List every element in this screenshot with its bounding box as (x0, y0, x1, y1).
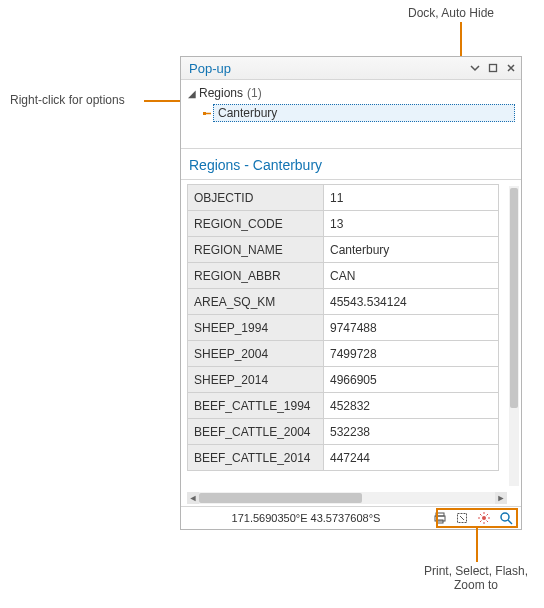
attr-value: 447244 (324, 445, 499, 471)
attr-value: 45543.534124 (324, 289, 499, 315)
attr-key: SHEEP_2004 (188, 341, 324, 367)
vertical-scrollbar[interactable] (509, 186, 519, 486)
attribute-scroll: OBJECTID11REGION_CODE13REGION_NAMECanter… (187, 184, 521, 488)
attr-value: Canterbury (324, 237, 499, 263)
tree-root-row[interactable]: ◢ Regions (1) (187, 84, 515, 102)
hscroll-left-button[interactable]: ◄ (187, 492, 199, 504)
table-row: BEEF_CATTLE_2004532238 (188, 419, 499, 445)
annotation-actions-label: Print, Select, Flash, Zoom to (424, 564, 528, 592)
close-icon[interactable] (503, 60, 519, 76)
table-row: OBJECTID11 (188, 185, 499, 211)
hscroll-right-button[interactable]: ► (495, 492, 507, 504)
table-row: REGION_CODE13 (188, 211, 499, 237)
attr-key: SHEEP_1994 (188, 315, 324, 341)
tree-root-label: Regions (199, 86, 243, 100)
annotation-actions-connector (476, 528, 478, 562)
popup-title: Pop-up (189, 61, 465, 76)
attr-key: REGION_NAME (188, 237, 324, 263)
attr-value: 4966905 (324, 367, 499, 393)
vertical-scrollbar-thumb[interactable] (510, 188, 518, 408)
attr-key: OBJECTID (188, 185, 324, 211)
annotation-dock-connector (460, 22, 462, 56)
tree-child-marker-icon (201, 107, 213, 119)
attr-value: 13 (324, 211, 499, 237)
table-row: SHEEP_20047499728 (188, 341, 499, 367)
table-row: BEEF_CATTLE_1994452832 (188, 393, 499, 419)
attr-value: 532238 (324, 419, 499, 445)
table-row: AREA_SQ_KM45543.534124 (188, 289, 499, 315)
svg-rect-1 (203, 112, 206, 115)
titlebar: Pop-up (181, 57, 521, 80)
popup-panel: Pop-up ◢ Regions (1) Canterbury (180, 56, 522, 530)
attribute-table: OBJECTID11REGION_CODE13REGION_NAMECanter… (187, 184, 499, 471)
attr-key: BEEF_CATTLE_1994 (188, 393, 324, 419)
attr-value: CAN (324, 263, 499, 289)
annotation-rightclick-connector (144, 100, 180, 102)
attr-key: AREA_SQ_KM (188, 289, 324, 315)
horizontal-scrollbar[interactable]: ◄ ► (187, 492, 507, 504)
dropdown-icon[interactable] (467, 60, 483, 76)
attr-value: 452832 (324, 393, 499, 419)
tree-child-label: Canterbury (213, 104, 515, 122)
annotation-actions-highlight (436, 508, 518, 528)
hscroll-thumb[interactable] (199, 493, 362, 503)
svg-rect-0 (490, 65, 497, 72)
tree-area: ◢ Regions (1) Canterbury (181, 80, 521, 148)
autohide-icon[interactable] (485, 60, 501, 76)
table-row: SHEEP_20144966905 (188, 367, 499, 393)
annotation-rightclick-label: Right-click for options (10, 93, 125, 107)
collapse-icon[interactable]: ◢ (187, 88, 197, 99)
table-row: BEEF_CATTLE_2014447244 (188, 445, 499, 471)
attr-key: BEEF_CATTLE_2004 (188, 419, 324, 445)
annotation-dock-label: Dock, Auto Hide (408, 6, 494, 20)
attr-key: BEEF_CATTLE_2014 (188, 445, 324, 471)
attr-value: 9747488 (324, 315, 499, 341)
attr-key: SHEEP_2014 (188, 367, 324, 393)
section-header: Regions - Canterbury (181, 148, 521, 179)
attr-value: 7499728 (324, 341, 499, 367)
attr-key: REGION_ABBR (188, 263, 324, 289)
coordinates-text: 171.5690350°E 43.5737608°S (181, 512, 431, 524)
attr-value: 11 (324, 185, 499, 211)
tree-child-row[interactable]: Canterbury (201, 104, 515, 122)
hscroll-track[interactable] (199, 492, 495, 504)
table-row: REGION_ABBRCAN (188, 263, 499, 289)
attr-key: REGION_CODE (188, 211, 324, 237)
tree-root-count: (1) (247, 86, 262, 100)
attribute-area: OBJECTID11REGION_CODE13REGION_NAMECanter… (181, 179, 521, 508)
table-row: REGION_NAMECanterbury (188, 237, 499, 263)
table-row: SHEEP_19949747488 (188, 315, 499, 341)
